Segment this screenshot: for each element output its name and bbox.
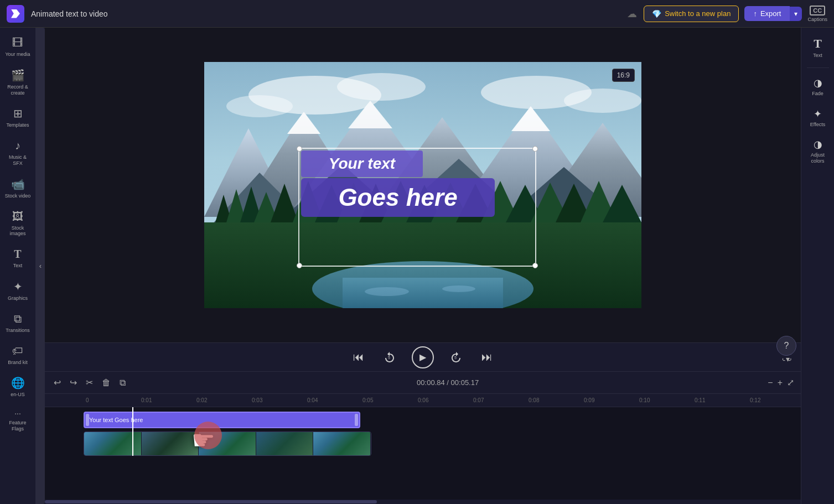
video-thumbnail-2 [142, 432, 199, 455]
video-track[interactable] [84, 432, 371, 456]
text-properties-icon: T [814, 37, 822, 51]
captions-button[interactable]: CC Captions [807, 6, 827, 22]
center-area: Your text Goes here 16:9 ⏮ 5 ▶ [45, 28, 801, 504]
sidebar-item-label: Stock video [5, 193, 31, 199]
video-preview: Your text Goes here 16:9 [45, 28, 801, 342]
svg-point-2 [337, 73, 426, 101]
export-dropdown-button[interactable]: ▾ [790, 7, 802, 21]
sidebar-item-label: Music & SFX [4, 154, 32, 167]
help-button[interactable]: ? [776, 336, 796, 356]
zoom-in-button[interactable]: + [778, 378, 783, 388]
topbar-right: 💎 Switch to a new plan ↑ Export ▾ CC Cap… [644, 6, 827, 22]
video-thumbnail-5 [313, 432, 371, 455]
sidebar-item-label: Brand kit [8, 360, 28, 366]
svg-point-5 [226, 95, 293, 117]
text-track[interactable]: Your text Goes here [84, 412, 360, 428]
sidebar-item-label: Graphics [8, 295, 28, 302]
sidebar-item-text[interactable]: T Text [2, 243, 34, 273]
redo-button[interactable]: ↪ [68, 375, 79, 390]
rewind-5s-button[interactable]: 5 [381, 349, 398, 366]
effects-icon: ✦ [814, 108, 822, 120]
zoom-out-button[interactable]: − [768, 378, 773, 388]
switch-plan-button[interactable]: 💎 Switch to a new plan [644, 6, 739, 22]
sidebar-item-stock-video[interactable]: 📹 Stock video [2, 173, 34, 204]
forward-5s-button[interactable]: 5 [447, 349, 465, 366]
delete-button[interactable]: 🗑 [100, 376, 113, 390]
right-sidebar-item-label: Effects [810, 122, 825, 128]
right-sidebar: T Text ◑ Fade ✦ Effects ◑ Adjustcolors [801, 28, 834, 504]
export-arrow-icon: ↑ [753, 9, 757, 18]
sidebar-collapse-button[interactable]: ‹ [36, 28, 45, 504]
duplicate-button[interactable]: ⧉ [117, 376, 128, 390]
right-sidebar-item-fade[interactable]: ◑ Fade [803, 72, 833, 101]
right-sidebar-divider [807, 67, 829, 68]
selection-handle-br[interactable] [532, 263, 538, 268]
skip-back-button[interactable]: ⏮ [350, 349, 367, 366]
svg-text:5: 5 [454, 356, 457, 360]
text-lower-box[interactable]: Goes here [301, 178, 495, 217]
undo-button[interactable]: ↩ [51, 375, 63, 390]
timeline-ruler: 0 0:01 0:02 0:03 0:04 0:05 0:06 0:07 0:0… [45, 394, 801, 407]
main-layout: 🎞 Your media 🎬 Record &create ⊞ Template… [0, 28, 834, 504]
text-upper-box[interactable]: Your text [301, 150, 423, 177]
export-group: ↑ Export ▾ [744, 6, 802, 21]
ruler-marks: 0 0:01 0:02 0:03 0:04 0:05 0:06 0:07 0:0… [84, 397, 801, 403]
fit-timeline-button[interactable]: ⤢ [787, 377, 794, 388]
right-sidebar-item-adjust-colors[interactable]: ◑ Adjustcolors [803, 134, 833, 169]
record-create-icon: 🎬 [11, 69, 25, 82]
text-track-label: Your text Goes here [89, 417, 143, 423]
adjust-colors-icon: ◑ [814, 138, 822, 150]
export-button[interactable]: ↑ Export [744, 6, 790, 21]
skip-forward-button[interactable]: ⏭ [478, 349, 496, 366]
aspect-ratio-badge: 16:9 [612, 69, 635, 82]
sidebar-item-your-media[interactable]: 🎞 Your media [2, 32, 34, 62]
sidebar-item-graphics[interactable]: ✦ Graphics [2, 276, 34, 306]
gem-icon: 💎 [652, 9, 661, 18]
video-thumbnail-3 [199, 432, 256, 455]
sidebar-item-music-sfx[interactable]: ♪ Music & SFX [2, 135, 34, 171]
sidebar-item-label: Templates [6, 122, 29, 128]
track-handle-left[interactable] [86, 414, 89, 426]
right-sidebar-item-label: Text [813, 53, 822, 59]
sidebar-item-en-us[interactable]: 🌐 en-US [2, 372, 34, 402]
text-tool-icon: T [14, 248, 21, 261]
video-thumbnail-4 [256, 432, 314, 455]
music-sfx-icon: ♪ [15, 139, 20, 152]
sidebar-item-transitions[interactable]: ⧉ Transitions [2, 308, 34, 338]
sidebar-item-record-create[interactable]: 🎬 Record &create [2, 64, 34, 101]
track-handle-right[interactable] [355, 414, 358, 426]
fade-icon: ◑ [814, 77, 822, 89]
timeline-toolbar: ↩ ↪ ✂ 🗑 ⧉ 00:00.84 / 00:05.17 − + ⤢ [45, 372, 801, 394]
scrollbar-thumb[interactable] [45, 500, 377, 503]
sidebar-item-templates[interactable]: ⊞ Templates [2, 102, 34, 133]
cloud-save-icon: ☁ [627, 8, 637, 20]
sidebar-item-stock-images[interactable]: 🖼 Stock images [2, 206, 34, 242]
playback-controls: ⏮ 5 ▶ 5 ⏭ ⛶ [45, 342, 801, 371]
timeline-scrollbar[interactable] [45, 500, 801, 504]
sidebar-item-label: Transitions [6, 328, 30, 334]
selection-handle-bl[interactable] [297, 263, 302, 268]
cut-button[interactable]: ✂ [84, 375, 95, 390]
svg-point-42 [442, 285, 475, 292]
help-chevron[interactable]: ▾ [786, 355, 790, 363]
templates-icon: ⊞ [13, 107, 23, 120]
stock-video-icon: 📹 [11, 178, 25, 191]
right-sidebar-item-text[interactable]: T Text [803, 32, 833, 63]
brand-kit-icon: 🏷 [12, 345, 23, 357]
your-media-icon: 🎞 [12, 37, 23, 49]
sidebar-item-label: en-US [11, 392, 25, 398]
feature-flags-icon: ··· [14, 409, 21, 418]
track-container: Your text Goes here [45, 407, 801, 456]
project-title[interactable]: Animated text to video [31, 9, 620, 18]
sidebar-item-brand-kit[interactable]: 🏷 Brand kit [2, 340, 34, 370]
timeline-tracks: Your text Goes here [45, 407, 801, 456]
play-button[interactable]: ▶ [412, 346, 434, 368]
sidebar-item-feature-flags[interactable]: ··· FeatureFlags [2, 404, 34, 437]
language-icon: 🌐 [11, 376, 25, 389]
help-button-container: ? [776, 336, 796, 356]
right-sidebar-item-effects[interactable]: ✦ Effects [803, 103, 833, 132]
timeline-playhead[interactable] [132, 407, 133, 456]
canvas-text-upper: Your text [329, 155, 395, 172]
svg-text:5: 5 [388, 356, 390, 360]
selection-handle-tr[interactable] [532, 146, 538, 152]
